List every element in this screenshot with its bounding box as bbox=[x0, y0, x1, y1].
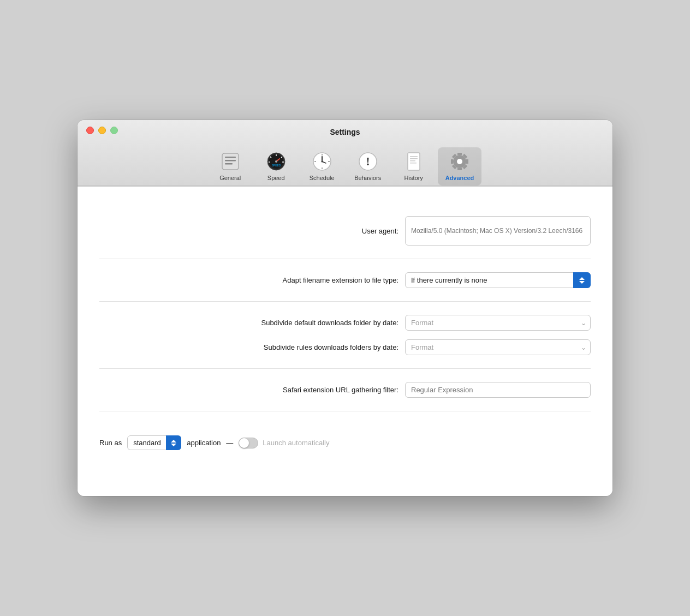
toolbar-item-advanced[interactable]: Advanced bbox=[438, 147, 482, 186]
toolbar-item-behaviors[interactable]: ! Behaviors bbox=[346, 147, 390, 186]
safari-label: Safari extension URL gathering filter: bbox=[283, 386, 398, 394]
speed-icon: SPEED bbox=[265, 151, 287, 172]
safari-input[interactable] bbox=[405, 382, 591, 398]
user-agent-row: User agent: bbox=[99, 216, 591, 246]
user-agent-input[interactable] bbox=[405, 216, 591, 246]
safari-section: Safari extension URL gathering filter: bbox=[99, 369, 591, 411]
adapt-filename-section: Adapt filename extension to file type: I… bbox=[99, 259, 591, 302]
launch-label: Launch automatically bbox=[263, 439, 329, 447]
close-button[interactable] bbox=[86, 127, 94, 134]
safari-row: Safari extension URL gathering filter: bbox=[99, 382, 591, 398]
general-icon bbox=[219, 151, 241, 172]
subdivide-default-wrapper: Format ⌄ bbox=[405, 315, 591, 331]
run-as-row: Run as standard application — bbox=[99, 424, 591, 461]
toolbar: General bbox=[86, 143, 604, 186]
history-icon bbox=[403, 151, 425, 172]
subdivide-rules-select[interactable]: Format bbox=[405, 339, 591, 355]
toolbar-item-general[interactable]: General bbox=[209, 147, 252, 186]
run-as-section: Run as standard application — bbox=[99, 411, 591, 474]
user-agent-section: User agent: bbox=[99, 203, 591, 259]
adapt-label: Adapt filename extension to file type: bbox=[283, 276, 398, 284]
subdivide-rules-label: Subdivide rules downloads folders by dat… bbox=[264, 343, 398, 351]
launch-toggle-wrapper: Launch automatically bbox=[239, 438, 329, 448]
advanced-label: Advanced bbox=[445, 175, 474, 181]
svg-rect-26 bbox=[410, 156, 418, 157]
schedule-label: Schedule bbox=[310, 175, 335, 181]
run-as-select[interactable]: standard bbox=[127, 435, 181, 450]
launch-toggle[interactable] bbox=[239, 438, 258, 448]
svg-rect-1 bbox=[225, 157, 236, 158]
svg-rect-3 bbox=[225, 163, 233, 165]
svg-point-22 bbox=[321, 161, 323, 163]
user-agent-label: User agent: bbox=[362, 227, 398, 235]
general-label: General bbox=[219, 175, 241, 181]
application-label: application bbox=[187, 439, 221, 447]
behaviors-label: Behaviors bbox=[354, 175, 381, 181]
behaviors-icon: ! bbox=[357, 151, 379, 172]
toggle-knob bbox=[239, 438, 249, 448]
speed-label: Speed bbox=[267, 175, 285, 181]
window-title: Settings bbox=[86, 128, 604, 136]
adapt-row: Adapt filename extension to file type: I… bbox=[99, 272, 591, 288]
subdivide-rules-wrapper: Format ⌄ bbox=[405, 339, 591, 355]
minimize-button[interactable] bbox=[98, 127, 106, 134]
svg-text:!: ! bbox=[366, 154, 370, 168]
svg-rect-2 bbox=[225, 160, 236, 162]
settings-window: Settings General bbox=[78, 120, 612, 496]
svg-rect-27 bbox=[410, 158, 418, 159]
toolbar-item-history[interactable]: History bbox=[392, 147, 436, 186]
run-as-select-wrapper: standard bbox=[127, 435, 181, 450]
subdivide-default-select[interactable]: Format bbox=[405, 315, 591, 331]
history-label: History bbox=[405, 175, 423, 181]
maximize-button[interactable] bbox=[110, 127, 118, 134]
content-area: User agent: Adapt filename extension to … bbox=[78, 186, 612, 496]
toolbar-item-speed[interactable]: SPEED Speed bbox=[254, 147, 298, 186]
toolbar-item-schedule[interactable]: Schedule bbox=[300, 147, 344, 186]
svg-rect-25 bbox=[408, 153, 420, 170]
title-bar: Settings General bbox=[78, 120, 612, 186]
svg-rect-0 bbox=[222, 153, 239, 170]
adapt-select-wrapper: If there currently is none bbox=[405, 272, 591, 288]
svg-rect-29 bbox=[410, 163, 417, 164]
adapt-select[interactable]: If there currently is none bbox=[405, 272, 591, 288]
svg-rect-28 bbox=[410, 160, 415, 162]
schedule-icon bbox=[311, 151, 333, 172]
safari-control bbox=[405, 382, 591, 398]
svg-point-31 bbox=[457, 159, 462, 164]
subdivide-default-label: Subdivide default downloads folder by da… bbox=[261, 319, 398, 327]
svg-point-12 bbox=[275, 160, 277, 163]
subdivide-default-row: Subdivide default downloads folder by da… bbox=[99, 315, 591, 331]
run-as-label: Run as bbox=[99, 439, 122, 447]
dash-separator: — bbox=[226, 439, 233, 447]
subdivide-rules-row: Subdivide rules downloads folders by dat… bbox=[99, 339, 591, 355]
subdivide-section: Subdivide default downloads folder by da… bbox=[99, 302, 591, 369]
svg-text:SPEED: SPEED bbox=[271, 164, 281, 167]
user-agent-control bbox=[405, 216, 591, 246]
advanced-icon bbox=[449, 151, 471, 172]
